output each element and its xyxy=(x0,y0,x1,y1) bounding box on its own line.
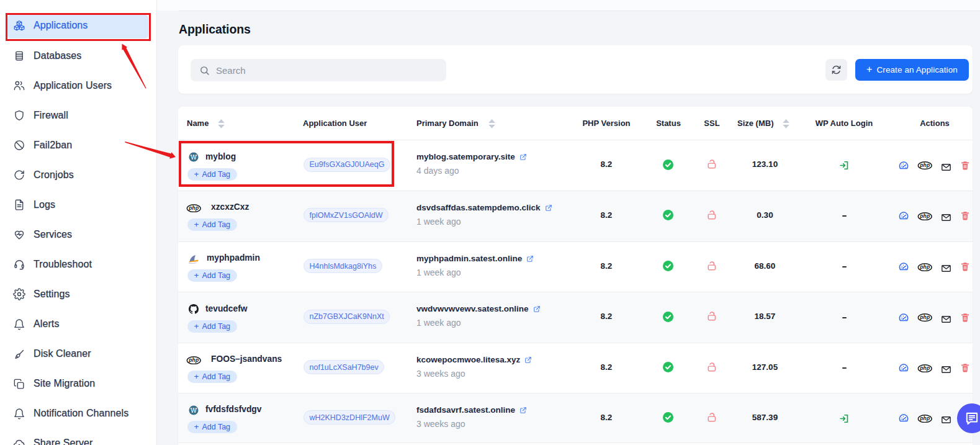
svg-text:php: php xyxy=(919,213,930,219)
svg-text:W: W xyxy=(191,407,197,413)
svg-text:php: php xyxy=(919,415,930,421)
svg-text:php: php xyxy=(919,365,930,371)
svg-text:php: php xyxy=(919,264,930,270)
svg-text:php: php xyxy=(188,357,199,363)
svg-text:php: php xyxy=(919,315,930,321)
svg-text:php: php xyxy=(919,163,930,169)
svg-text:php: php xyxy=(188,205,199,211)
